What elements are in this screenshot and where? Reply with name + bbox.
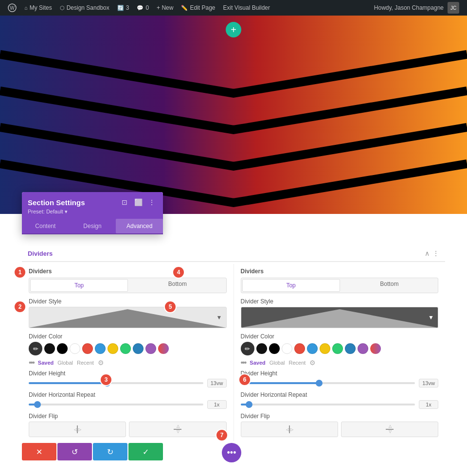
redo-button[interactable]: ↻ [93, 443, 127, 460]
right-color-row: ✏ [241, 342, 439, 355]
left-tab-bottom[interactable]: Bottom [129, 278, 226, 293]
left-color-label: Divider Color [29, 333, 227, 340]
left-color-green[interactable] [120, 343, 131, 354]
wp-logo[interactable]: W [4, 0, 20, 16]
left-repeat-value[interactable]: 1x [207, 400, 227, 409]
right-repeat-value[interactable]: 1x [419, 400, 438, 409]
svg-text:△: △ [389, 424, 392, 428]
right-height-value[interactable]: 13vw [419, 379, 438, 388]
svg-text:▷: ▷ [78, 427, 82, 432]
right-color-more-dots[interactable]: ••• [241, 358, 246, 367]
left-color-black2[interactable] [57, 343, 68, 354]
left-color-red[interactable] [82, 343, 93, 354]
right-style-label: Divider Style [241, 298, 439, 305]
cancel-button[interactable]: ✕ [22, 443, 56, 460]
left-color-settings-icon[interactable]: ⚙ [98, 359, 104, 367]
design-sandbox[interactable]: ⬡ Design Sandbox [56, 0, 113, 16]
right-style-select[interactable]: ▼ [241, 307, 439, 328]
right-tab-row: Top Bottom [241, 278, 439, 293]
dividers-collapse-icon[interactable]: ∧ [425, 249, 430, 257]
reset-button[interactable]: ↺ [57, 443, 92, 460]
right-height-thumb[interactable] [316, 380, 323, 387]
badge-4: 4 [172, 266, 185, 279]
right-flip-h-button[interactable]: ◁▷ [241, 422, 338, 437]
svg-text:W: W [10, 5, 15, 11]
left-color-white[interactable] [70, 343, 80, 354]
tab-design[interactable]: Design [69, 219, 116, 233]
left-color-dropper[interactable]: ✏ [29, 342, 42, 355]
right-color-label: Divider Color [241, 333, 439, 340]
panel-menu-icon[interactable]: ⋮ [146, 197, 157, 208]
right-color-yellow[interactable] [320, 343, 330, 354]
left-height-label: Divider Height [29, 370, 227, 377]
new-button[interactable]: + New [153, 0, 177, 16]
left-color-recent[interactable]: Recent [77, 360, 94, 366]
dividers-title: Dividers [28, 250, 53, 257]
dividers-menu-icon[interactable]: ⋮ [432, 249, 439, 257]
left-color-row: ✏ [29, 342, 227, 355]
left-tab-top[interactable]: Top [30, 279, 128, 292]
left-color-saved[interactable]: Saved [38, 360, 54, 366]
badge-2: 2 [14, 300, 26, 313]
left-style-select[interactable]: ▼ [29, 307, 227, 328]
right-color-blue[interactable] [307, 343, 318, 354]
save-button[interactable]: ✓ [128, 443, 163, 460]
left-color-gradient[interactable] [158, 343, 169, 354]
panel-responsive-icon[interactable]: ⊡ [119, 197, 130, 208]
svg-marker-10 [241, 309, 438, 328]
svg-text:▷: ▷ [290, 427, 294, 432]
left-style-select-wrap: ▼ [29, 307, 227, 328]
left-flip-h-button[interactable]: ◁▷ [29, 422, 126, 437]
left-color-dkblue[interactable] [133, 343, 144, 354]
tab-advanced[interactable]: Advanced [116, 219, 163, 233]
right-color-labels: ••• Saved Global Recent ⚙ [241, 357, 439, 370]
left-color-purple[interactable] [145, 343, 156, 354]
left-height-value[interactable]: 13vw [207, 379, 227, 388]
dividers-header: Dividers ∧ ⋮ [22, 246, 445, 262]
right-color-black2[interactable] [269, 343, 280, 354]
left-color-blue[interactable] [95, 343, 106, 354]
edit-page-link[interactable]: ✏️ Edit Page [177, 0, 219, 16]
exit-builder-link[interactable]: Exit Visual Builder [219, 0, 274, 16]
right-tab-bottom[interactable]: Bottom [341, 278, 438, 293]
right-flip-v-button[interactable]: △▽ [341, 422, 438, 437]
updates-count[interactable]: 🔄 3 [113, 0, 133, 16]
panel-header: Section Settings ⊡ ⬜ ⋮ Preset: Default ▾ [22, 192, 163, 219]
admin-bar: W ⌂ My Sites ⬡ Design Sandbox 🔄 3 💬 0 + … [0, 0, 467, 16]
right-color-red[interactable] [294, 343, 305, 354]
my-sites[interactable]: ⌂ My Sites [20, 0, 56, 16]
comments-count[interactable]: 💬 0 [133, 0, 153, 16]
right-color-global[interactable]: Global [269, 360, 285, 366]
left-flip-v-button[interactable]: △▽ [129, 422, 226, 437]
right-color-black1[interactable] [256, 343, 267, 354]
left-color-black1[interactable] [44, 343, 55, 354]
right-color-white[interactable] [282, 343, 292, 354]
svg-text:◁: ◁ [286, 427, 289, 432]
add-section-button[interactable]: + [226, 22, 241, 37]
left-divider-settings: Dividers Top Bottom Divider Style ▼ Divi… [22, 264, 234, 441]
right-dividers-label: Dividers [241, 268, 439, 275]
panel-preset[interactable]: Preset: Default ▾ [28, 209, 157, 215]
badge-3: 3 [100, 373, 112, 386]
left-color-global[interactable]: Global [57, 360, 73, 366]
svg-rect-11 [289, 425, 290, 433]
left-color-yellow[interactable] [108, 343, 118, 354]
right-tab-top[interactable]: Top [242, 279, 340, 292]
panel-expand-icon[interactable]: ⬜ [133, 197, 144, 208]
right-color-saved[interactable]: Saved [250, 360, 265, 366]
floating-menu-button[interactable]: ••• [222, 443, 241, 462]
svg-text:▽: ▽ [389, 429, 392, 434]
right-repeat-thumb[interactable] [246, 401, 252, 408]
right-color-green[interactable] [332, 343, 343, 354]
right-color-dkblue[interactable] [345, 343, 356, 354]
left-color-more-dots[interactable]: ••• [29, 358, 34, 367]
right-color-recent[interactable]: Recent [289, 360, 306, 366]
right-color-purple[interactable] [358, 343, 368, 354]
left-dividers-label: Dividers [29, 268, 227, 275]
svg-marker-3 [29, 309, 226, 328]
tab-content[interactable]: Content [22, 219, 69, 233]
right-color-settings-icon[interactable]: ⚙ [309, 359, 316, 367]
right-color-dropper[interactable]: ✏ [241, 342, 254, 355]
right-color-gradient[interactable] [370, 343, 381, 354]
left-repeat-thumb[interactable] [34, 401, 41, 408]
